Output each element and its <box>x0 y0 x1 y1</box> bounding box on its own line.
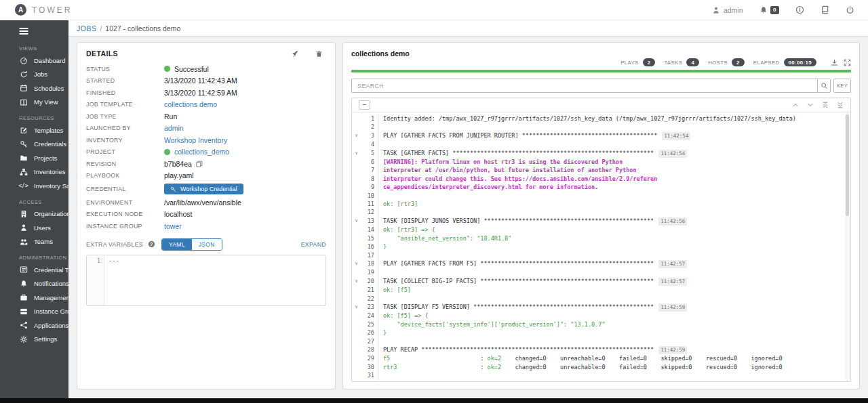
sidebar-item-projects[interactable]: Projects <box>0 151 68 165</box>
sidebar-item-label: Organizations <box>34 210 74 217</box>
sidebar-section-resources: RESOURCES <box>19 115 68 121</box>
log-line-31: 31 <box>352 371 850 379</box>
sidebar-item-credentials[interactable]: Credentials <box>0 137 68 152</box>
variables-format-toggle: YAML JSON <box>161 238 222 251</box>
user-menu[interactable]: admin <box>712 6 743 14</box>
detail-value-started: 3/13/2020 11:42:43 AM <box>164 77 237 85</box>
instance-group-link[interactable]: tower <box>164 222 182 230</box>
log-line-text <box>378 192 383 200</box>
yaml-toggle-button[interactable]: YAML <box>162 239 192 250</box>
log-line-text: ok: [f5] => { <box>378 312 429 320</box>
expand-variables-link[interactable]: EXPAND <box>301 241 326 248</box>
log-line-number: 14 <box>361 226 378 234</box>
logout-button[interactable] <box>846 5 854 14</box>
stat-label-plays: PLAYS <box>620 60 639 66</box>
project-link[interactable]: collections_demo <box>174 148 229 156</box>
sidebar: VIEWSDashboardJobsSchedulesMy ViewRESOUR… <box>0 20 68 398</box>
log-expand-chevron-icon[interactable]: ∨ <box>352 277 361 286</box>
launched-by-link[interactable]: admin <box>164 124 184 132</box>
details-fields: STATUSSuccessfulSTARTED3/13/2020 11:42:4… <box>86 63 326 232</box>
log-line-text: ok: [rtr3] => { <box>378 226 435 234</box>
breadcrumb-jobs-link[interactable]: JOBS <box>77 24 96 33</box>
log-expand-chevron-icon[interactable]: ∨ <box>352 259 361 268</box>
sidebar-item-applications[interactable]: Applications <box>0 318 68 333</box>
sidebar-item-dashboard[interactable]: Dashboard <box>0 54 68 68</box>
sidebar-item-label: Schedules <box>34 85 64 92</box>
sidebar-item-schedules[interactable]: Schedules <box>0 81 68 96</box>
scroll-to-top-button[interactable] <box>822 102 829 108</box>
log-expand-chevron-icon[interactable]: ∨ <box>352 217 361 226</box>
log-line-number: 21 <box>361 286 378 294</box>
stat-badge-tasks: 4 <box>686 58 699 66</box>
extra-variables-editor[interactable]: 1 --- <box>86 255 326 306</box>
relaunch-rocket-button[interactable] <box>292 50 299 58</box>
sidebar-item-inventory-scripts[interactable]: </>Inventory Scripts <box>0 179 68 193</box>
menu-toggle-button[interactable] <box>18 26 30 37</box>
log-expand-chevron-icon[interactable]: ∨ <box>352 131 361 140</box>
job-status-progress-bar <box>351 70 851 72</box>
scroll-previous-button[interactable] <box>792 102 799 108</box>
sidebar-item-label: Applications <box>34 322 68 329</box>
log-scrollbar-thumb[interactable] <box>846 114 849 216</box>
stat-badge-elapsed: 00:00:15 <box>784 58 816 66</box>
sidebar-item-users[interactable]: Users <box>0 221 68 235</box>
log-expand-spacer <box>352 320 361 328</box>
download-output-button[interactable] <box>831 59 838 66</box>
search-submit-button[interactable] <box>817 79 831 93</box>
job-template-link[interactable]: collections demo <box>164 100 217 108</box>
detail-row-project: PROJECTcollections_demo <box>86 146 326 158</box>
breadcrumb-current: 1027 - collections demo <box>105 24 180 33</box>
sidebar-item-jobs[interactable]: Jobs <box>0 68 68 82</box>
output-search-input[interactable] <box>351 79 817 93</box>
search-key-button[interactable]: KEY <box>833 79 851 93</box>
detail-row-status: STATUSSuccessful <box>86 63 326 75</box>
log-expand-spacer <box>352 337 361 345</box>
sidebar-item-inventories[interactable]: Inventories <box>0 165 68 179</box>
log-line-22: 22 <box>352 295 850 303</box>
detail-text: 3/13/2020 11:42:59 AM <box>164 89 237 97</box>
log-line-3: ∨3PLAY [GATHER FACTS FROM JUNIPER ROUTER… <box>352 131 850 140</box>
sidebar-item-credential-types[interactable]: Credential Types <box>0 263 68 277</box>
sitemap-icon <box>19 168 28 176</box>
log-line-text: TASK [COLLECT BIG-IP FACTS] ************… <box>378 277 687 286</box>
scroll-next-button[interactable] <box>807 102 814 108</box>
detail-text: localhost <box>164 210 192 218</box>
sidebar-item-my-view[interactable]: My View <box>0 96 68 110</box>
log-line-13: ∨13TASK [DISPLAY JUNOS VERSION] ********… <box>352 217 850 226</box>
log-expand-chevron-icon[interactable]: ∨ <box>352 149 361 158</box>
expand-output-button[interactable] <box>844 59 851 66</box>
about-button[interactable] <box>795 5 804 14</box>
username: admin <box>724 6 743 14</box>
credential-chip[interactable]: Workshop Credential <box>164 184 243 194</box>
log-expand-chevron-icon[interactable]: ∨ <box>352 303 361 312</box>
key-icon <box>170 186 176 192</box>
sidebar-item-teams[interactable]: Teams <box>0 235 68 249</box>
help-question-icon[interactable]: ? <box>148 240 155 248</box>
log-line-24: 24ok: [f5] => { <box>352 312 850 320</box>
copy-icon[interactable] <box>196 161 203 167</box>
json-toggle-button[interactable]: JSON <box>192 239 222 250</box>
detail-label: STARTED <box>86 77 164 84</box>
docs-button[interactable] <box>821 5 829 14</box>
detail-value-inventory: Workshop Inventory <box>164 135 227 144</box>
log-line-number: 12 <box>361 208 378 216</box>
detail-value-project: collections_demo <box>164 148 229 156</box>
sidebar-item-templates[interactable]: Templates <box>0 123 68 137</box>
log-expand-spacer <box>352 123 361 131</box>
sidebar-item-organizations[interactable]: Organizations <box>0 207 68 221</box>
sidebar-item-management-jobs[interactable]: Management Jobs <box>0 291 68 305</box>
log-expand-spacer <box>352 251 361 259</box>
log-expand-spacer <box>352 192 361 200</box>
sidebar-item-notifications[interactable]: Notifications <box>0 277 68 291</box>
collapse-all-button[interactable]: − <box>359 100 370 110</box>
sidebar-item-settings[interactable]: Settings <box>0 333 68 347</box>
log-expand-spacer <box>352 208 361 216</box>
scroll-to-bottom-button[interactable] <box>837 102 844 108</box>
sidebar-item-instance-groups[interactable]: Instance Groups <box>0 305 68 319</box>
notifications-button[interactable]: 0 <box>760 6 779 14</box>
delete-job-button[interactable] <box>315 50 323 58</box>
log-expand-spacer <box>352 268 361 276</box>
log-line-text: TASK [GATHER FACTS] ********************… <box>378 149 687 158</box>
brand[interactable]: A TOWER <box>15 4 72 16</box>
inventory-link[interactable]: Workshop Inventory <box>164 136 227 144</box>
